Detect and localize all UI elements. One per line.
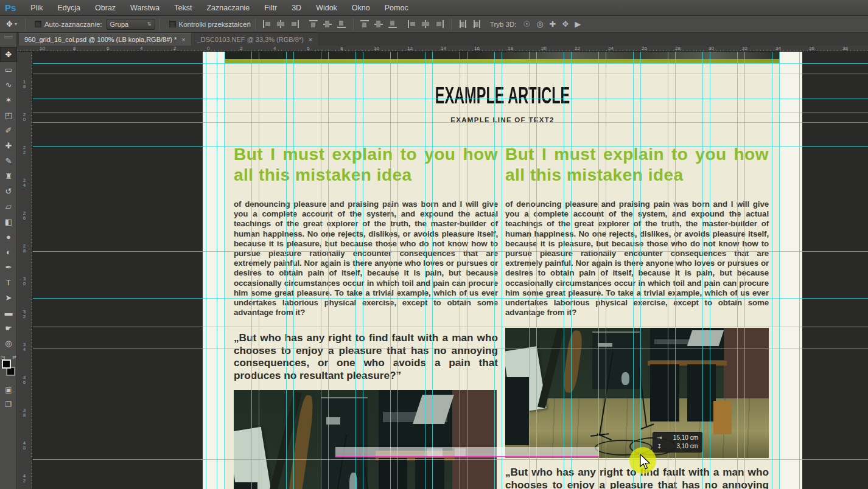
distribute-horizontal-space-icon[interactable]	[458, 19, 468, 29]
dodge-tool[interactable]: ◐	[0, 244, 17, 260]
vertical-ruler[interactable]: 18202224262830323436384042	[17, 52, 33, 489]
close-icon[interactable]: ×	[181, 36, 185, 43]
guide-vertical[interactable]	[460, 52, 460, 489]
3d-pan-icon[interactable]: ✚	[549, 16, 556, 33]
foreground-color-swatch[interactable]	[2, 359, 11, 369]
gradient-tool[interactable]: ◧	[0, 214, 17, 229]
guide-vertical[interactable]	[564, 52, 564, 489]
guide-vertical[interactable]	[293, 52, 294, 489]
guide-horizontal[interactable]	[33, 298, 868, 299]
align-vertical-centers-icon[interactable]	[323, 19, 333, 29]
distribute-top-edges-icon[interactable]	[360, 19, 370, 29]
zoom-tool[interactable]: ◎	[0, 336, 17, 351]
guide-vertical[interactable]	[633, 52, 634, 489]
guide-vertical[interactable]	[286, 52, 287, 489]
blur-tool[interactable]: ●	[0, 229, 17, 244]
guide-horizontal[interactable]	[33, 63, 868, 64]
guide-horizontal[interactable]	[33, 349, 868, 349]
menu-item-widok[interactable]: Widok	[309, 0, 345, 16]
guide-vertical[interactable]	[259, 52, 259, 489]
guide-vertical[interactable]	[779, 52, 780, 489]
quick-mask-button[interactable]: ▣	[0, 383, 17, 397]
guide-vertical[interactable]	[529, 52, 530, 489]
eraser-tool[interactable]: ▱	[0, 199, 17, 214]
menu-item-obraz[interactable]: Obraz	[88, 0, 123, 16]
align-right-edges-icon[interactable]	[290, 19, 300, 29]
guide-vertical[interactable]	[494, 52, 495, 489]
guide-vertical[interactable]	[363, 52, 363, 489]
guide-vertical[interactable]	[606, 52, 606, 489]
align-left-edges-icon[interactable]	[262, 19, 272, 29]
guide-vertical[interactable]	[390, 52, 391, 489]
distribute-left-edges-icon[interactable]	[407, 19, 417, 29]
guide-vertical[interactable]	[321, 52, 321, 489]
screen-mode-button[interactable]: ❐	[0, 397, 17, 412]
3d-rotate-icon[interactable]: ☉	[523, 16, 530, 33]
pen-tool[interactable]: ✒	[0, 260, 17, 275]
menu-item-zaznaczanie[interactable]: Zaznaczanie	[199, 0, 257, 16]
distribute-right-edges-icon[interactable]	[435, 19, 445, 29]
lasso-tool[interactable]: ∿	[0, 77, 17, 92]
guide-horizontal[interactable]	[33, 122, 868, 123]
distribute-horizontal-centers-icon[interactable]	[421, 19, 431, 29]
guide-horizontal[interactable]	[33, 113, 868, 113]
guide-vertical[interactable]	[668, 52, 668, 489]
guide-vertical[interactable]	[536, 52, 537, 489]
panel-grip[interactable]	[4, 36, 13, 38]
healing-brush-tool[interactable]: ✚	[0, 138, 17, 153]
rectangular-marquee-tool[interactable]: ▭	[0, 62, 17, 77]
transform-controls-checkbox[interactable]	[169, 21, 176, 27]
menu-item-tekst[interactable]: Tekst	[167, 0, 199, 16]
menu-item-warstwa[interactable]: Warstwa	[123, 0, 167, 16]
guide-vertical[interactable]	[799, 52, 800, 489]
menu-item-plik[interactable]: Plik	[23, 0, 50, 16]
close-icon[interactable]: ×	[309, 36, 312, 43]
clone-stamp-tool[interactable]: ♜	[0, 168, 17, 184]
menu-item-edycja[interactable]: Edycja	[51, 0, 88, 16]
guide-horizontal[interactable]	[33, 74, 868, 74]
guide-horizontal[interactable]	[33, 327, 868, 327]
align-top-edges-icon[interactable]	[309, 19, 319, 29]
auto-select-checkbox[interactable]	[35, 21, 41, 27]
menu-item-3d[interactable]: 3D	[284, 0, 309, 16]
guide-vertical[interactable]	[251, 52, 252, 489]
brush-tool[interactable]: ✎	[0, 153, 17, 168]
guide-vertical[interactable]	[710, 52, 710, 489]
hand-tool[interactable]: ☛	[0, 321, 17, 336]
guide-vertical[interactable]	[328, 52, 329, 489]
guide-vertical[interactable]	[772, 52, 772, 489]
guide-horizontal[interactable]	[33, 146, 868, 147]
3d-camera-icon[interactable]: ▶	[575, 16, 581, 33]
type-tool[interactable]: T	[0, 275, 17, 290]
guide-vertical[interactable]	[425, 52, 425, 489]
guide-vertical[interactable]	[502, 52, 502, 489]
menu-item-pomoc[interactable]: Pomoc	[377, 0, 416, 16]
path-selection-tool[interactable]: ➤	[0, 290, 17, 305]
guide-vertical[interactable]	[702, 52, 703, 489]
guide-vertical[interactable]	[744, 52, 745, 489]
crop-tool[interactable]: ◰	[0, 108, 17, 123]
guide-vertical[interactable]	[224, 52, 225, 489]
document-tab-2[interactable]: _DSC0103.NEF @ 33,3% (RGB/8*)×	[192, 33, 318, 46]
group-select[interactable]: Grupa ⇅	[107, 19, 155, 30]
guide-horizontal[interactable]	[33, 251, 868, 252]
guide-vertical[interactable]	[467, 52, 467, 489]
swap-colors-icon[interactable]: ⇄	[12, 355, 16, 360]
guide-vertical[interactable]	[598, 52, 599, 489]
guide-vertical[interactable]	[640, 52, 641, 489]
history-brush-tool[interactable]: ↺	[0, 184, 17, 199]
3d-roll-icon[interactable]: ◎	[536, 16, 543, 33]
guide-vertical[interactable]	[432, 52, 433, 489]
guide-horizontal[interactable]	[33, 99, 868, 99]
guide-vertical[interactable]	[675, 52, 676, 489]
distribute-bottom-edges-icon[interactable]	[388, 19, 398, 29]
horizontal-ruler[interactable]: 1086420246810121416182022242628303234363…	[17, 46, 868, 52]
eyedropper-tool[interactable]: ✐	[0, 123, 17, 138]
align-bottom-edges-icon[interactable]	[337, 19, 347, 29]
move-tool[interactable]: ✥	[0, 47, 17, 62]
shape-tool[interactable]: ▬	[0, 305, 17, 321]
3d-slide-icon[interactable]: ✥	[562, 16, 569, 33]
guide-horizontal[interactable]	[33, 459, 868, 460]
align-horizontal-centers-icon[interactable]	[276, 19, 286, 29]
guide-vertical[interactable]	[571, 52, 572, 489]
